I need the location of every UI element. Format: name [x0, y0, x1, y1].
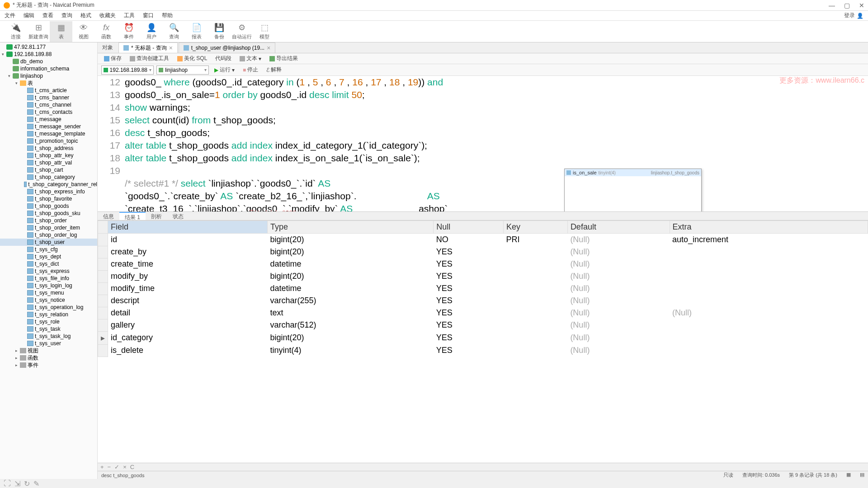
autocomplete-popup[interactable]: is_on_sale tinyint(4) linjiashop.t_shop_…	[564, 169, 702, 211]
column-header[interactable]: Null	[434, 221, 504, 234]
menu-window[interactable]: 窗口	[143, 12, 154, 19]
menu-fav[interactable]: 收藏夹	[99, 12, 116, 19]
rtab-profile[interactable]: 剖析	[146, 212, 167, 220]
tree-item[interactable]: t_sys_notice	[0, 296, 97, 304]
tb-autorun[interactable]: ⚙自动运行	[231, 21, 253, 42]
tb-model[interactable]: ⬚模型	[253, 21, 276, 42]
grid-view-icon[interactable]: ▦	[846, 472, 851, 479]
form-view-icon[interactable]: ▤	[860, 472, 864, 479]
tree-item[interactable]: ▸事件	[0, 361, 97, 369]
tree-item[interactable]: t_shop_order_item	[0, 224, 97, 231]
grid-cell[interactable]: datetime	[267, 282, 433, 295]
grid-cell[interactable]: (Null)	[670, 307, 868, 319]
grid-cell[interactable]: descript	[108, 295, 268, 307]
tree-item[interactable]: t_shop_express_info	[0, 188, 97, 195]
close-icon[interactable]: ×	[267, 44, 270, 52]
tree-item[interactable]: t_shop_user	[0, 239, 97, 246]
tb-newquery[interactable]: ⊞新建查询	[27, 21, 50, 42]
grid-cell[interactable]: modify_time	[108, 282, 268, 295]
tab-query[interactable]: * 无标题 - 查询×	[118, 42, 178, 53]
delete-row-button[interactable]: −	[108, 464, 111, 470]
edit-icon[interactable]: ✎	[33, 479, 39, 488]
grid-cell[interactable]: create_by	[108, 246, 268, 258]
grid-cell[interactable]	[504, 282, 568, 295]
grid-cell[interactable]	[504, 331, 568, 344]
tree-item[interactable]: t_shop_favorite	[0, 195, 97, 202]
text-button[interactable]: 文本 ▾	[237, 54, 264, 63]
maximize-button[interactable]: ▢	[844, 2, 850, 9]
beautify-button[interactable]: 美化 SQL	[175, 54, 210, 63]
grid-cell[interactable]	[504, 319, 568, 331]
column-header[interactable]: Key	[504, 221, 568, 234]
tree-item[interactable]: t_shop_goods_sku	[0, 210, 97, 217]
grid-cell[interactable]: YES	[434, 319, 504, 331]
tree-item[interactable]: t_shop_attr_val	[0, 159, 97, 166]
tree-item[interactable]: t_sys_menu	[0, 289, 97, 296]
database-select[interactable]: linjiashop▾	[156, 66, 209, 75]
tb-view[interactable]: 👁视图	[72, 21, 95, 42]
menu-format[interactable]: 格式	[80, 12, 91, 19]
grid-cell[interactable]: id_category	[108, 331, 268, 344]
grid-cell[interactable]	[504, 295, 568, 307]
tree-item[interactable]: 47.92.81.177	[0, 43, 97, 51]
menu-tools[interactable]: 工具	[124, 12, 135, 19]
rtab-info[interactable]: 信息	[98, 212, 119, 220]
tree-item[interactable]: t_sys_dict	[0, 260, 97, 267]
tb-table[interactable]: ▦表	[50, 21, 72, 42]
tree-item[interactable]: t_sys_express	[0, 267, 97, 275]
tree-item[interactable]: ▸视图	[0, 347, 97, 354]
close-icon[interactable]: ×	[169, 44, 173, 52]
run-button[interactable]: ▶运行 ▾	[212, 66, 237, 74]
grid-cell[interactable]: YES	[434, 282, 504, 295]
refresh-icon[interactable]: ↻	[24, 479, 30, 488]
grid-cell[interactable]	[670, 344, 868, 357]
grid-cell[interactable]: bigint(20)	[267, 270, 433, 282]
grid-cell[interactable]: varchar(255)	[267, 295, 433, 307]
grid-cell[interactable]	[670, 258, 868, 270]
stop-button[interactable]: ■停止	[240, 66, 261, 74]
tb-report[interactable]: 📄报表	[185, 21, 208, 42]
tree-item[interactable]: t_sys_file_info	[0, 275, 97, 282]
tree-item[interactable]: db_demo	[0, 58, 97, 65]
close-button[interactable]: ✕	[859, 2, 864, 9]
grid-cell[interactable]: (Null)	[567, 234, 670, 246]
tree-item[interactable]: t_sys_task	[0, 325, 97, 333]
explain-button[interactable]: ℰ解释	[264, 66, 284, 74]
grid-cell[interactable]: (Null)	[567, 282, 670, 295]
grid-cell[interactable]: PRI	[504, 234, 568, 246]
builder-button[interactable]: 查询创建工具	[127, 54, 172, 63]
tb-connect[interactable]: 🔌连接	[5, 21, 27, 42]
grid-cell[interactable]	[504, 246, 568, 258]
grid-cell[interactable]	[670, 295, 868, 307]
grid-cell[interactable]: is_delete	[108, 344, 268, 357]
grid-cell[interactable]: NO	[434, 234, 504, 246]
segment-button[interactable]: 代码段	[212, 54, 234, 63]
tree-item[interactable]: t_message_template	[0, 130, 97, 137]
menu-edit[interactable]: 编辑	[24, 12, 34, 19]
grid-cell[interactable]: text	[267, 307, 433, 319]
grid-cell[interactable]: YES	[434, 307, 504, 319]
tree-item[interactable]: ▾192.168.189.88	[0, 51, 97, 58]
tree-item[interactable]: t_sys_dept	[0, 253, 97, 260]
tree-item[interactable]: t_shop_category_banner_rel	[0, 181, 97, 188]
tree-item[interactable]: t_sys_user	[0, 340, 97, 347]
column-header[interactable]: Field	[108, 221, 268, 234]
grid-cell[interactable]: tinyint(4)	[267, 344, 433, 357]
tree-item[interactable]: t_sys_login_log	[0, 282, 97, 289]
tree-item[interactable]: t_cms_contacts	[0, 108, 97, 116]
grid-cell[interactable]: YES	[434, 344, 504, 357]
add-row-button[interactable]: +	[100, 464, 104, 470]
grid-cell[interactable]: YES	[434, 331, 504, 344]
save-button[interactable]: 保存	[101, 54, 124, 63]
grid-cell[interactable]: YES	[434, 270, 504, 282]
grid-cell[interactable]: varchar(512)	[267, 319, 433, 331]
grid-cell[interactable]: (Null)	[567, 331, 670, 344]
grid-cell[interactable]: datetime	[267, 258, 433, 270]
export-button[interactable]: 导出结果	[267, 54, 301, 63]
refresh-button[interactable]: C	[130, 464, 134, 470]
tb-query[interactable]: 🔍查询	[163, 21, 185, 42]
sidebar[interactable]: 47.92.81.177▾192.168.189.88db_demoinform…	[0, 42, 98, 479]
grid-cell[interactable]	[504, 307, 568, 319]
grid-cell[interactable]: YES	[434, 295, 504, 307]
menu-help[interactable]: 帮助	[162, 12, 173, 19]
